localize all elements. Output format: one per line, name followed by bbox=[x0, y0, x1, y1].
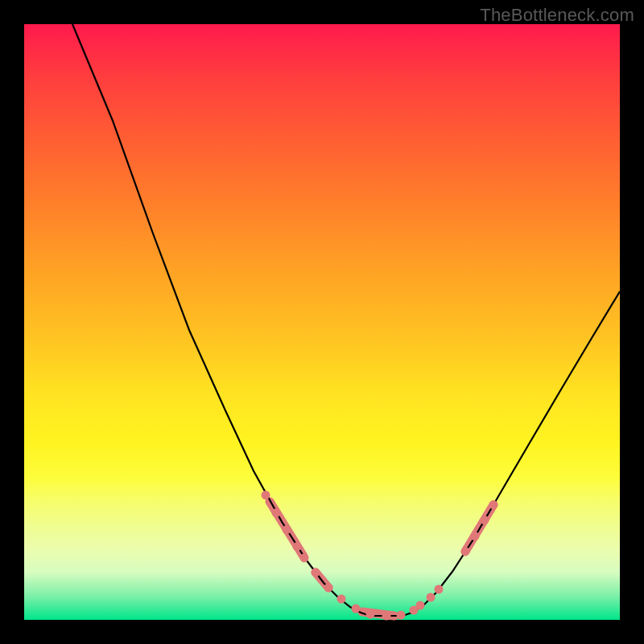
bead-point bbox=[397, 611, 406, 620]
bead-point bbox=[481, 516, 489, 525]
bead-point bbox=[262, 491, 270, 500]
bead-point bbox=[324, 584, 333, 592]
curve-svg bbox=[24, 24, 620, 620]
bead-point bbox=[293, 543, 302, 551]
bead-point bbox=[489, 501, 498, 510]
curve-right-branch bbox=[402, 291, 620, 616]
bead-point bbox=[352, 605, 361, 613]
curve-left-branch bbox=[72, 24, 370, 616]
outer-frame: TheBottleneck.com bbox=[0, 0, 644, 644]
bead-point bbox=[312, 568, 320, 577]
bead-point bbox=[366, 610, 375, 619]
bead-point bbox=[427, 593, 436, 602]
bead-point bbox=[435, 585, 444, 594]
bead-point bbox=[300, 554, 309, 563]
bead-point bbox=[283, 526, 291, 535]
bead-point bbox=[337, 595, 346, 604]
bead-point bbox=[471, 532, 480, 541]
plot-area bbox=[24, 24, 620, 620]
bead-point bbox=[272, 509, 281, 518]
bead-point bbox=[382, 612, 391, 621]
bead-point bbox=[416, 601, 425, 610]
bead-point bbox=[461, 547, 470, 556]
attribution-text: TheBottleneck.com bbox=[480, 5, 634, 26]
